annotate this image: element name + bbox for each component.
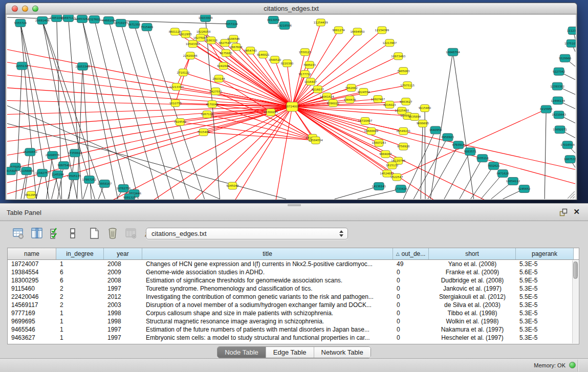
table-cell[interactable]: 19384554 xyxy=(8,269,56,276)
citation-edge-red[interactable] xyxy=(7,107,292,170)
citation-edge-black[interactable] xyxy=(444,151,470,199)
table-cell[interactable]: 1997 xyxy=(104,285,142,292)
table-cell[interactable]: Stergiakouli et al. (2012) xyxy=(429,293,516,300)
table-select-dropdown[interactable]: citations_edges.txt xyxy=(146,228,348,239)
table-cell[interactable]: Dudbridge et al. (2008) xyxy=(429,277,516,284)
table-cell[interactable]: 0 xyxy=(393,293,429,300)
column-header-in_degree[interactable]: in_degree xyxy=(56,248,104,259)
citation-edge-black[interactable] xyxy=(94,19,138,199)
table-cell[interactable]: Yano et al. (2008) xyxy=(429,260,516,268)
table-cell[interactable]: Genome-wide association studies in ADHD. xyxy=(142,269,393,276)
delete-table-button[interactable] xyxy=(105,227,120,241)
table-tab-group[interactable]: Node TableEdge TableNetwork Table xyxy=(217,346,371,358)
window-resize-grip[interactable] xyxy=(568,191,575,199)
table-cell[interactable]: Hescheler et al. (1997) xyxy=(429,334,516,341)
citation-edge-black[interactable] xyxy=(147,27,205,199)
table-cell[interactable]: 5.6E-5 xyxy=(516,269,574,276)
column-header-out_de[interactable]: △out_de... xyxy=(393,248,429,259)
table-cell[interactable]: 2008 xyxy=(104,277,142,284)
column-header-year[interactable]: year xyxy=(104,248,142,259)
table-body[interactable]: 1872400712008Changes of HCN gene express… xyxy=(8,260,579,342)
table-cell[interactable]: 2012 xyxy=(104,293,142,300)
table-cell[interactable]: 1998 xyxy=(104,310,142,317)
table-cell[interactable]: Structural magnetic resonance image aver… xyxy=(142,318,393,325)
table-row[interactable]: 969969511998Structural magnetic resonanc… xyxy=(8,317,579,325)
citation-edge-black[interactable] xyxy=(69,18,82,199)
table-cell[interactable]: 9465546 xyxy=(8,326,56,333)
table-cell[interactable]: Corpus callosum shape and size in male p… xyxy=(142,310,393,317)
table-cell[interactable]: de Silva et al. (2003) xyxy=(429,301,516,309)
table-cell[interactable]: 5.3E-5 xyxy=(516,260,574,268)
column-header-name[interactable]: name xyxy=(8,248,56,259)
citation-edge-black[interactable] xyxy=(471,166,494,199)
table-cell[interactable]: 18724007 xyxy=(8,260,56,268)
table-cell[interactable]: 5.3E-5 xyxy=(516,310,574,317)
table-row[interactable]: 1872400712008Changes of HCN gene express… xyxy=(8,260,579,268)
table-cell[interactable]: 5.9E-5 xyxy=(516,277,574,284)
column-header-title[interactable]: title xyxy=(142,248,393,259)
table-row[interactable]: 911546021997Tourette syndrome. Phenomeno… xyxy=(8,285,579,293)
table-cell[interactable]: 9777169 xyxy=(8,310,56,317)
column-header-short[interactable]: short xyxy=(429,248,516,259)
tab-edge-table[interactable]: Edge Table xyxy=(266,347,314,358)
table-settings-button[interactable] xyxy=(11,227,26,241)
table-cell[interactable]: 18300295 xyxy=(8,277,56,284)
table-row[interactable]: 1456911722003Disruption of a novel membe… xyxy=(8,301,579,309)
table-row[interactable]: 977716911998Corpus callosum shape and si… xyxy=(8,309,579,317)
citation-edge-red[interactable] xyxy=(292,30,382,107)
table-cell[interactable]: 6 xyxy=(56,269,104,276)
citation-edge-black[interactable] xyxy=(335,186,379,199)
citation-edge-black[interactable] xyxy=(82,19,128,199)
close-panel-icon[interactable]: ✕ xyxy=(573,207,580,216)
citation-edge-red[interactable] xyxy=(7,107,292,142)
citation-edge-black[interactable] xyxy=(430,52,453,199)
table-cell[interactable]: 5.3E-5 xyxy=(516,326,574,333)
table-row[interactable]: 946362711997Embryonic stem cells: a mode… xyxy=(8,334,579,342)
table-row[interactable]: 2242004622012Investigating the contribut… xyxy=(8,293,579,301)
table-cell[interactable]: 14569117 xyxy=(8,301,56,309)
table-cell[interactable]: 0 xyxy=(393,334,429,341)
table-cell[interactable]: 1 xyxy=(56,334,104,341)
select-columns-button[interactable] xyxy=(48,227,62,241)
table-cell[interactable]: 0 xyxy=(393,326,429,333)
column-header-pagerank[interactable]: pagerank xyxy=(516,248,574,259)
table-cell[interactable]: Embryonic stem cells: a model to study s… xyxy=(142,334,393,341)
table-row[interactable]: 1938455462009Genome-wide association stu… xyxy=(8,268,579,276)
network-canvas[interactable]: 9355724206914061585104520697113106532871… xyxy=(7,15,576,200)
panel-splitter-handle[interactable] xyxy=(288,204,301,206)
float-panel-icon[interactable] xyxy=(559,208,568,216)
citation-edge-red[interactable] xyxy=(176,56,190,103)
tab-network-table[interactable]: Network Table xyxy=(314,347,371,358)
table-cell[interactable]: 2 xyxy=(56,285,104,292)
table-cell[interactable]: 5.3E-5 xyxy=(516,318,574,325)
table-cell[interactable]: 1 xyxy=(56,310,104,317)
table-vertical-scrollbar[interactable] xyxy=(572,260,578,343)
table-cell[interactable]: 2 xyxy=(56,293,104,300)
table-cell[interactable]: Jankovic et al. (1997) xyxy=(429,285,516,292)
scrollbar-thumb[interactable] xyxy=(573,261,578,279)
table-cell[interactable]: Nakamura et al. (1997) xyxy=(429,326,516,333)
citation-edge-red[interactable] xyxy=(397,109,546,177)
citation-edge-red[interactable] xyxy=(7,107,292,156)
table-cell[interactable]: 6 xyxy=(56,277,104,284)
table-panel-header[interactable]: Table Panel ✕ xyxy=(0,203,588,221)
table-cell[interactable]: 1 xyxy=(56,260,104,268)
citation-edge-red[interactable] xyxy=(7,62,292,107)
table-cell[interactable]: 0 xyxy=(393,310,429,317)
table-cell[interactable]: 49 xyxy=(393,260,429,268)
table-cell[interactable]: Disruption of a novel member of a sodium… xyxy=(142,301,393,309)
table-cell[interactable]: 0 xyxy=(393,269,429,276)
table-cell[interactable]: Wolkin et al. (1998) xyxy=(429,318,516,325)
table-cell[interactable]: Investigating the contribution of common… xyxy=(142,293,393,300)
table-cell[interactable]: 9699695 xyxy=(8,318,56,325)
table-cell[interactable]: 1998 xyxy=(104,318,142,325)
tab-node-table[interactable]: Node Table xyxy=(217,347,266,358)
citation-edge-black[interactable] xyxy=(545,109,546,199)
citation-edge-red[interactable] xyxy=(232,107,292,186)
table-cell[interactable]: 0 xyxy=(393,277,429,284)
citation-edge-black[interactable] xyxy=(108,20,159,199)
table-cell[interactable]: 0 xyxy=(393,301,429,309)
table-cell[interactable]: 2008 xyxy=(104,260,142,268)
table-cell[interactable]: 5.3E-5 xyxy=(516,301,574,309)
table-cell[interactable]: 1 xyxy=(56,326,104,333)
